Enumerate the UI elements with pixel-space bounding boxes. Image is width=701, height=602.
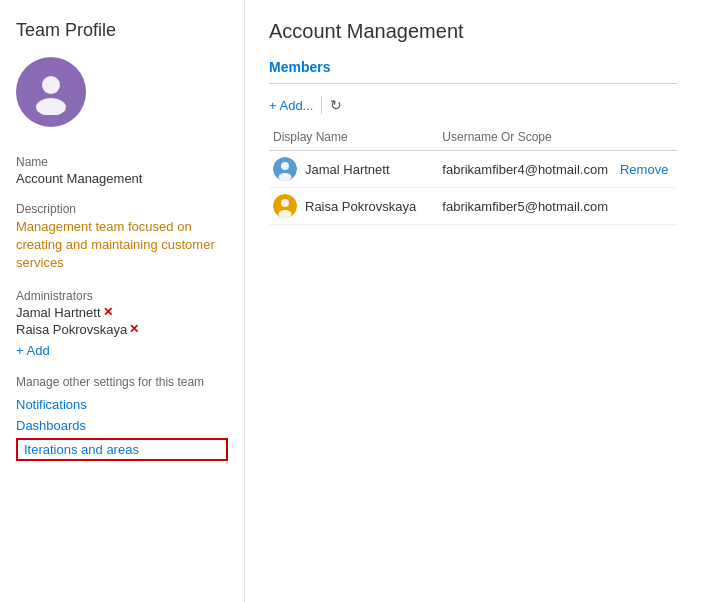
member-avatar	[273, 194, 297, 218]
name-value: Account Management	[16, 171, 228, 186]
member-avatar	[273, 157, 297, 181]
svg-point-6	[281, 199, 289, 207]
svg-point-4	[279, 173, 292, 181]
col-action-header	[616, 126, 677, 151]
member-name: Jamal Hartnett	[305, 162, 390, 177]
administrators-label: Administrators	[16, 289, 228, 303]
member-display-name-cell: Raisa Pokrovskaya	[269, 188, 438, 225]
member-username: fabrikamfiber4@hotmail.com	[442, 162, 608, 177]
page-title: Account Management	[269, 20, 677, 43]
col-display-name-header: Display Name	[269, 126, 438, 151]
team-avatar	[16, 57, 86, 127]
table-row: Raisa Pokrovskaya fabrikamfiber5@hotmail…	[269, 188, 677, 225]
member-name: Raisa Pokrovskaya	[305, 199, 416, 214]
svg-point-0	[42, 76, 60, 94]
admin-2-name: Raisa Pokrovskaya	[16, 322, 127, 337]
admin-2-remove-icon[interactable]: ✕	[129, 322, 139, 336]
svg-point-3	[281, 162, 289, 170]
members-table: Display Name Username Or Scope Jamal Har…	[269, 126, 677, 225]
member-action-cell	[616, 188, 677, 225]
add-admin-link[interactable]: + Add	[16, 343, 228, 358]
manage-label: Manage other settings for this team	[16, 374, 228, 391]
table-header-row: Display Name Username Or Scope	[269, 126, 677, 151]
members-divider	[269, 83, 677, 84]
add-member-button[interactable]: + Add...	[269, 98, 313, 113]
admin-1-name: Jamal Hartnett	[16, 305, 101, 320]
refresh-icon: ↻	[330, 97, 342, 113]
admin-1-remove-icon[interactable]: ✕	[103, 305, 113, 319]
col-scope-header: Username Or Scope	[438, 126, 616, 151]
iterations-areas-link[interactable]: Iterations and areas	[16, 438, 228, 461]
member-username: fabrikamfiber5@hotmail.com	[442, 199, 608, 214]
admin-2: Raisa Pokrovskaya ✕	[16, 322, 228, 337]
name-label: Name	[16, 155, 228, 169]
member-username-cell: fabrikamfiber5@hotmail.com	[438, 188, 616, 225]
dashboards-link[interactable]: Dashboards	[16, 417, 228, 434]
description-text: Management team focused on creating and …	[16, 218, 228, 273]
sidebar-title: Team Profile	[16, 20, 228, 41]
svg-point-7	[279, 210, 292, 218]
table-row: Jamal Hartnett fabrikamfiber4@hotmail.co…	[269, 151, 677, 188]
member-display: Jamal Hartnett	[273, 157, 430, 181]
description-label: Description	[16, 202, 228, 216]
member-display: Raisa Pokrovskaya	[273, 194, 430, 218]
main-content: Account Management Members + Add... ↻ Di…	[245, 0, 701, 602]
add-member-label: + Add...	[269, 98, 313, 113]
member-display-name-cell: Jamal Hartnett	[269, 151, 438, 188]
member-username-cell: fabrikamfiber4@hotmail.com	[438, 151, 616, 188]
admin-1: Jamal Hartnett ✕	[16, 305, 228, 320]
refresh-button[interactable]: ↻	[330, 97, 342, 113]
toolbar: + Add... ↻	[269, 96, 677, 114]
svg-point-1	[36, 98, 66, 115]
toolbar-divider	[321, 96, 322, 114]
remove-member-link[interactable]: Remove	[620, 162, 668, 177]
members-section-header: Members	[269, 59, 677, 75]
sidebar: Team Profile Name Account Management Des…	[0, 0, 245, 602]
member-action-cell: Remove	[616, 151, 677, 188]
notifications-link[interactable]: Notifications	[16, 396, 228, 413]
